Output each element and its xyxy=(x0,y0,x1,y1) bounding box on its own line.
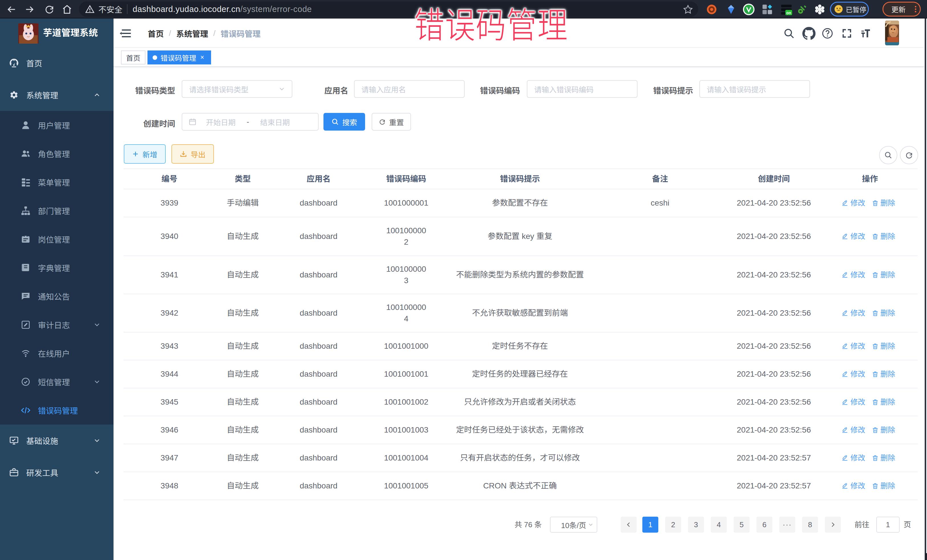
svg-text:on: on xyxy=(786,11,791,15)
